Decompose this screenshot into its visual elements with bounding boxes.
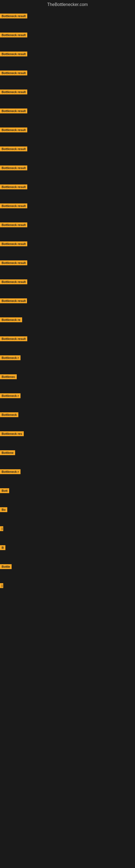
bar-item: Bottleneck result <box>0 241 27 246</box>
bar-label: Bottleneck re <box>0 317 22 322</box>
bar-item: Bottleneck r <box>0 393 20 398</box>
bar-item: Bott <box>0 488 9 493</box>
bar-label: Bott <box>0 488 9 493</box>
bar-label: Bottleneck result <box>0 165 27 170</box>
bar-label: Bottleneck result <box>0 33 27 37</box>
bar-item: Bottleneck result <box>0 108 27 113</box>
chart-area: Bottleneck resultBottleneck resultBottle… <box>0 8 135 863</box>
bar-item: Bottleneck <box>0 412 18 417</box>
bar-label: Bottleneck result <box>0 260 27 265</box>
bar-label: Bottleneck result <box>0 108 27 113</box>
bar-item: Bottlenec <box>0 374 17 379</box>
bar-label: Bottleneck result <box>0 147 27 151</box>
bar-label: Bottleneck result <box>0 70 27 75</box>
bar-label: | <box>0 526 3 531</box>
bar-item: Bottleneck result <box>0 222 27 227</box>
bar-item: Bottleneck result <box>0 127 27 132</box>
bar-item: Bottleneck result <box>0 184 27 189</box>
bar-item: Bottleneck result <box>0 52 27 56</box>
bar-item: Bottleneck r <box>0 469 20 474</box>
bar-label: Bottleneck result <box>0 90 27 94</box>
bar-item: Bottleneck result <box>0 165 27 170</box>
bar-label: Bottleneck result <box>0 13 27 19</box>
bar-item: Bottleneck result <box>0 70 27 75</box>
bar-item: Bottleneck r <box>0 355 20 360</box>
bar-item: Bottleneck result <box>0 147 27 151</box>
bar-label: Bottleneck r <box>0 355 20 360</box>
bar-item: Bottleneck result <box>0 336 27 341</box>
bar-label: Bottleneck result <box>0 52 27 56</box>
bar-item: Bottleneck result <box>0 260 27 265</box>
bar-item: Bottle <box>0 564 12 569</box>
bar-label: Bottlene <box>0 450 15 455</box>
bar-label: Bottlenec <box>0 374 17 379</box>
bar-label: Bottleneck res <box>0 431 24 436</box>
bar-label: Bottleneck result <box>0 241 27 246</box>
bar-item: | <box>0 583 3 588</box>
bar-label: Bottleneck result <box>0 222 27 227</box>
bar-label: Bottleneck result <box>0 336 27 341</box>
bar-item: Bo <box>0 507 7 512</box>
bar-label: Bottleneck result <box>0 299 27 303</box>
bar-item: Bottleneck res <box>0 431 24 436</box>
bar-item: Bottlene <box>0 450 15 455</box>
bar-item: B <box>0 545 5 550</box>
bar-label: B <box>0 545 5 550</box>
bar-label: Bottleneck result <box>0 184 27 189</box>
bar-item: Bottleneck re <box>0 317 22 322</box>
bar-item: Bottleneck result <box>0 279 27 284</box>
bar-item: Bottleneck result <box>0 33 27 37</box>
bar-item: Bottleneck result <box>0 204 27 208</box>
bar-item: Bottleneck result <box>0 90 27 94</box>
bar-label: Bottleneck r <box>0 393 20 398</box>
bar-label: Bottleneck result <box>0 204 27 208</box>
bar-item: Bottleneck result <box>0 299 27 303</box>
bar-label: Bottleneck result <box>0 279 27 284</box>
bar-item: | <box>0 526 3 531</box>
bar-label: Bottleneck r <box>0 469 20 474</box>
bar-label: | <box>0 583 3 588</box>
bar-label: Bottleneck <box>0 412 18 417</box>
bar-label: Bottleneck result <box>0 127 27 132</box>
bar-item: Bottleneck result <box>0 13 27 19</box>
site-title: TheBottlenecker.com <box>0 0 135 8</box>
bar-label: Bo <box>0 507 7 512</box>
site-header: TheBottlenecker.com <box>0 0 135 8</box>
bar-label: Bottle <box>0 564 12 569</box>
